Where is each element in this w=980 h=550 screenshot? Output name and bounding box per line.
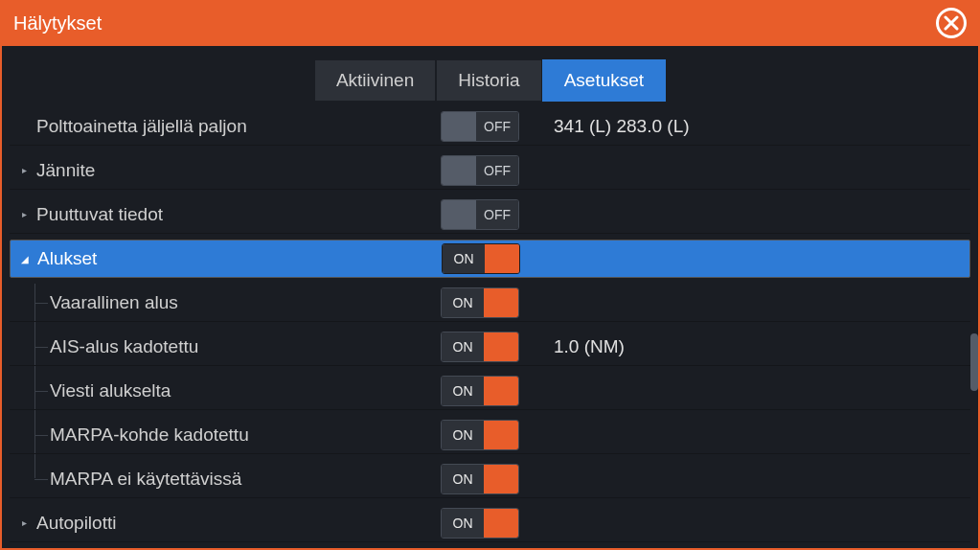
toggle-knob [442,200,476,229]
close-button[interactable] [936,8,967,38]
tab-active[interactable]: Aktiivinen [314,59,436,102]
tab-history[interactable]: Historia [436,59,541,102]
window-title: Hälytykset [13,12,102,34]
row-label: Autopilotti [36,513,116,534]
expand-icon[interactable]: ▸ [17,517,31,528]
row-label: MARPA ei käytettävissä [50,469,241,490]
toggle-state-label: ON [442,421,484,449]
toggle-autopilot[interactable]: ON [441,508,519,539]
settings-list: Polttoainetta jäljellä paljon OFF 341 (L… [0,102,980,550]
expand-icon[interactable]: ▸ [17,165,31,175]
toggle-voltage[interactable]: OFF [441,155,519,186]
row-value[interactable]: 341 (L) 283.0 (L) [536,116,970,137]
scrollbar[interactable] [969,103,978,544]
toggle-state-label: ON [442,377,484,405]
row-dangerous-vessel[interactable]: Vaarallinen alus ON [10,284,970,322]
row-voltage[interactable]: ▸ Jännite OFF [10,151,970,190]
toggle-marpa-lost[interactable]: ON [441,420,519,450]
toggle-state-label: OFF [476,156,518,185]
toggle-knob [442,112,476,141]
toggle-vessels[interactable]: ON [442,243,520,274]
toggle-state-label: ON [442,288,484,317]
row-label: Viesti alukselta [50,380,171,401]
collapse-icon[interactable]: ◢ [18,254,32,264]
row-label: AIS-alus kadotettu [50,336,198,357]
row-value[interactable]: 1.0 (NM) [536,336,970,357]
titlebar: Hälytykset [0,0,980,46]
row-fuel-remaining[interactable]: Polttoainetta jäljellä paljon OFF 341 (L… [10,107,970,146]
toggle-state-label: ON [442,465,484,493]
toggle-knob [484,288,518,317]
row-label: MARPA-kohde kadotettu [50,424,249,446]
row-label: Jännite [36,160,95,181]
toggle-missing[interactable]: OFF [441,199,519,230]
toggle-knob [484,509,518,538]
tab-bar: Aktiivinen Historia Asetukset [0,46,980,102]
row-label: Polttoainetta jäljellä paljon [36,116,247,137]
toggle-knob [442,156,476,185]
toggle-dangerous[interactable]: ON [441,287,519,318]
row-label: Alukset [37,248,97,269]
tree-tee [34,303,48,304]
row-marpa-lost[interactable]: MARPA-kohde kadotettu ON [10,416,970,454]
tree-tee [34,391,48,392]
toggle-state-label: OFF [476,112,518,141]
row-label: Vaarallinen alus [50,292,178,313]
row-message-vessel[interactable]: Viesti alukselta ON [10,372,970,410]
tree-line [34,460,35,478]
row-marpa-unavailable[interactable]: MARPA ei käytettävissä ON [10,460,970,498]
row-autopilot[interactable]: ▸ Autopilotti ON [10,504,970,542]
toggle-state-label: ON [443,244,485,273]
toggle-fuel[interactable]: OFF [441,111,519,142]
row-label: Puuttuvat tiedot [36,204,163,225]
toggle-marpa-unavail[interactable]: ON [441,464,519,494]
row-vessels[interactable]: ◢ Alukset ON [10,240,970,278]
tree-tee [34,435,48,436]
toggle-knob [485,244,519,273]
tree-tee [34,479,48,480]
toggle-ais-lost[interactable]: ON [441,332,519,362]
tree-tee [34,347,48,348]
scrollbar-thumb[interactable] [970,333,978,391]
row-missing-data[interactable]: ▸ Puuttuvat tiedot OFF [10,195,970,234]
row-ais-lost[interactable]: AIS-alus kadotettu ON 1.0 (NM) [10,328,970,366]
expand-icon[interactable]: ▸ [17,209,31,219]
toggle-msg-vessel[interactable]: ON [441,376,519,406]
close-icon [944,15,959,31]
toggle-knob [484,377,518,405]
toggle-knob [484,465,518,493]
toggle-state-label: ON [442,509,484,538]
toggle-knob [484,421,518,449]
tab-settings[interactable]: Asetukset [542,59,666,102]
toggle-state-label: ON [442,332,484,361]
toggle-knob [484,332,518,361]
toggle-state-label: OFF [476,200,518,229]
